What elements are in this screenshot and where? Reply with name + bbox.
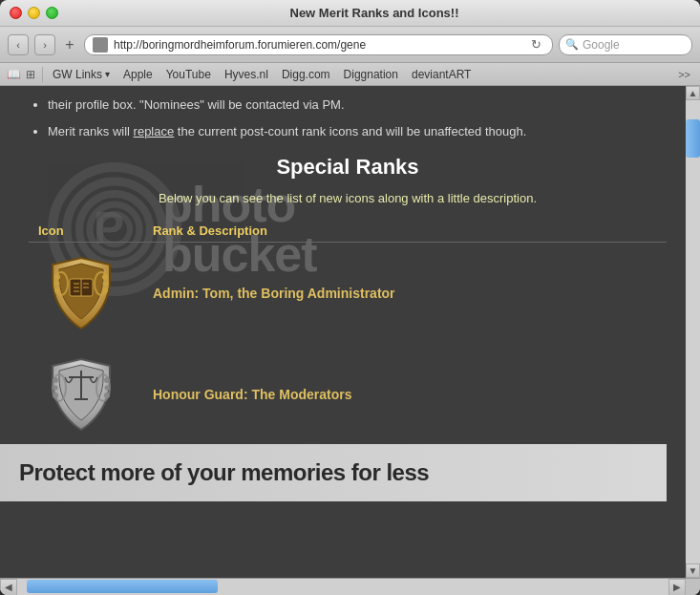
grid-icon[interactable]: ⊞	[23, 67, 38, 82]
admin-icon	[38, 250, 124, 336]
scroll-track-vertical[interactable]	[686, 100, 700, 563]
bullet-list: their profile box. "Nominees" will be co…	[48, 96, 667, 140]
search-icon: 🔍	[565, 38, 579, 51]
icon-cell-honour	[29, 344, 143, 445]
svg-point-16	[55, 282, 60, 287]
search-bar[interactable]: 🔍 Google	[559, 34, 692, 55]
scroll-right-button[interactable]: ▶	[668, 579, 686, 596]
table-row: Admin: Tom, the Boring Administrator	[29, 243, 667, 345]
svg-point-30	[53, 393, 58, 398]
browser-window: New Merit Ranks and Icons!! ‹ › + http:/…	[0, 0, 700, 595]
text-section: their profile box. "Nominees" will be co…	[29, 96, 667, 445]
forward-button[interactable]: ›	[34, 34, 55, 55]
toolbar: ‹ › + http://boringmordheimforum.forumie…	[0, 27, 700, 63]
svg-point-31	[104, 377, 110, 383]
reading-list-icon[interactable]: 📖	[6, 67, 21, 82]
search-placeholder: Google	[583, 38, 620, 52]
list-item: Merit ranks will replace the current pos…	[48, 122, 667, 141]
scroll-thumb-vertical[interactable]	[686, 119, 700, 158]
favicon-icon	[93, 37, 108, 53]
svg-point-15	[54, 274, 60, 280]
bookmark-youtube[interactable]: YouTube	[160, 66, 217, 83]
list-item: their profile box. "Nominees" will be co…	[48, 96, 667, 115]
forum-content: their profile box. "Nominees" will be co…	[0, 86, 686, 578]
content-area: P photo bucket their profile box. "Nomin…	[0, 86, 700, 578]
scroll-corner	[686, 579, 700, 596]
section-heading: Special Ranks	[29, 155, 667, 180]
rank-table: Icon Rank & Description	[29, 220, 667, 445]
main-content: P photo bucket their profile box. "Nomin…	[0, 86, 686, 578]
ad-text: Protect more of your memories for less	[19, 459, 429, 486]
scroll-left-button[interactable]: ◀	[0, 579, 17, 596]
close-button[interactable]	[10, 7, 22, 19]
icon-cell-admin	[29, 243, 143, 345]
svg-point-28	[53, 377, 58, 383]
rank-desc-admin: Admin: Tom, the Boring Administrator	[143, 243, 667, 345]
svg-point-20	[102, 287, 108, 293]
table-header-icon: Icon	[29, 220, 143, 243]
url-text: http://boringmordheimforum.forumieren.co…	[114, 38, 527, 52]
address-bar[interactable]: http://boringmordheimforum.forumieren.co…	[84, 34, 553, 55]
svg-point-33	[104, 393, 110, 398]
refresh-button[interactable]: ↻	[527, 36, 544, 53]
minimize-button[interactable]	[28, 7, 40, 19]
bookmark-hyves[interactable]: Hyves.nl	[219, 66, 274, 83]
back-button[interactable]: ‹	[8, 34, 29, 55]
svg-point-17	[54, 287, 60, 293]
section-subtitle: Below you can see the list of new icons …	[29, 191, 667, 205]
vertical-scrollbar[interactable]: ▲ ▼	[686, 86, 700, 578]
bookmark-gw-links[interactable]: GW Links	[47, 66, 116, 83]
add-tab-button[interactable]: +	[61, 36, 78, 53]
horizontal-scrollbar[interactable]: ◀ ▶	[0, 578, 700, 595]
bookmark-digg[interactable]: Digg.com	[276, 66, 336, 83]
scroll-track-horizontal[interactable]	[17, 579, 668, 595]
scroll-thumb-horizontal[interactable]	[27, 580, 218, 593]
svg-point-29	[53, 386, 58, 391]
svg-point-18	[102, 274, 108, 280]
honour-guard-icon	[38, 351, 124, 437]
table-header-rank: Rank & Description	[143, 220, 667, 243]
svg-point-19	[103, 282, 108, 287]
maximize-button[interactable]	[46, 7, 58, 19]
bookmark-diggnation[interactable]: Diggnation	[338, 66, 404, 83]
rank-desc-honour: Honour Guard: The Moderators	[143, 344, 667, 445]
traffic-lights	[10, 7, 58, 19]
separator	[42, 67, 43, 82]
table-row: Honour Guard: The Moderators	[29, 344, 667, 445]
bookmarks-bar: 📖 ⊞ GW Links Apple YouTube Hyves.nl Digg…	[0, 63, 700, 86]
underline-text: replace	[134, 124, 175, 138]
advertisement-banner: Protect more of your memories for less	[0, 444, 667, 501]
scroll-up-button[interactable]: ▲	[686, 86, 700, 100]
bookmark-apple[interactable]: Apple	[117, 66, 159, 83]
window-title: New Merit Ranks and Icons!!	[58, 6, 690, 20]
bookmark-deviantart[interactable]: deviantART	[406, 66, 477, 83]
bookmarks-more-button[interactable]: >>	[674, 67, 694, 82]
title-bar: New Merit Ranks and Icons!!	[0, 0, 700, 27]
svg-point-32	[105, 386, 110, 391]
scroll-down-button[interactable]: ▼	[686, 563, 700, 578]
